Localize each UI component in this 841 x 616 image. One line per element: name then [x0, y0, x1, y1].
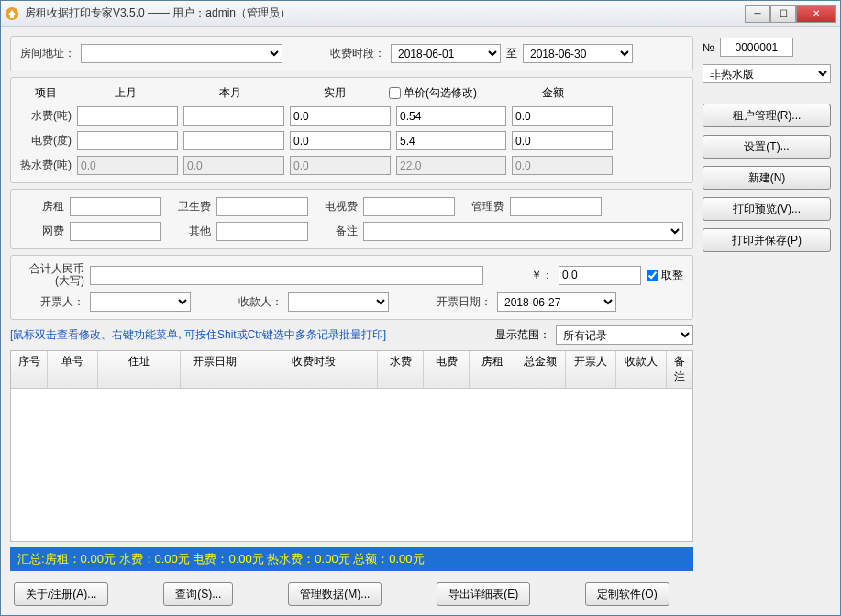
- about-button[interactable]: 关于/注册(A)...: [14, 582, 108, 606]
- custom-software-button[interactable]: 定制软件(O): [585, 582, 669, 606]
- hint-text: [鼠标双击查看修改、右键功能菜单, 可按住Shit或Ctr键选中多条记录批量打印…: [10, 325, 386, 345]
- manage-input[interactable]: [510, 197, 602, 216]
- th-addr: 住址: [98, 351, 181, 388]
- th-no: 单号: [48, 351, 98, 388]
- bottom-buttons: 关于/注册(A)... 查询(S)... 管理数据(M)... 导出详细表(E)…: [10, 577, 693, 606]
- col-last: 上月: [75, 85, 176, 101]
- hot-this: [183, 156, 284, 175]
- scope-select[interactable]: 所有记录: [556, 325, 693, 345]
- meter-panel: 项目 上月 本月 实用 单价(勾选修改) 金额 水费(吨) 电费(度): [10, 77, 693, 183]
- minimize-button[interactable]: ─: [745, 5, 770, 23]
- close-button[interactable]: ✕: [796, 5, 836, 23]
- th-rent: 房租: [470, 351, 515, 388]
- th-period: 收费时段: [249, 351, 378, 388]
- window-title: 房租收据打印专家V3.5.0 —— 用户：admin（管理员）: [25, 6, 745, 21]
- hot-price: [396, 156, 506, 175]
- titlebar: 房租收据打印专家V3.5.0 —— 用户：admin（管理员） ─ ☐ ✕: [1, 1, 840, 27]
- summary-bar: 汇总:房租：0.00元 水费：0.00元 电费：0.00元 热水费：0.00元 …: [10, 547, 693, 571]
- version-select[interactable]: 非热水版: [703, 64, 831, 83]
- water-usage[interactable]: [290, 106, 391, 126]
- hint-row: [鼠标双击查看修改、右键功能菜单, 可按住Shit或Ctr键选中多条记录批量打印…: [10, 325, 693, 345]
- remark-label: 备注: [314, 224, 358, 239]
- rent-label: 房租: [20, 199, 64, 214]
- rent-input[interactable]: [70, 197, 161, 216]
- elec-price[interactable]: [396, 131, 506, 150]
- other-input[interactable]: [216, 222, 308, 241]
- clean-label: 卫生费: [167, 199, 211, 214]
- print-save-button[interactable]: 打印并保存(P): [703, 228, 831, 252]
- table-header: 序号 单号 住址 开票日期 收费时段 水费 电费 房租 总金额 开票人 收款人 …: [11, 351, 692, 389]
- period-label: 收费时段：: [330, 46, 385, 61]
- new-button[interactable]: 新建(N): [703, 166, 831, 190]
- elec-last[interactable]: [77, 131, 178, 150]
- th-payee: 收款人: [616, 351, 667, 388]
- content-area: 房间地址： 收费时段： 2018-06-01 至 2018-06-30 项目 上…: [1, 27, 840, 615]
- th-elec: 电费: [424, 351, 470, 388]
- water-last[interactable]: [77, 106, 178, 126]
- water-amount[interactable]: [512, 106, 613, 126]
- elec-label: 电费(度): [20, 133, 72, 148]
- round-label: 取整: [661, 268, 683, 283]
- tv-label: 电视费: [314, 199, 358, 214]
- fees-panel: 房租 卫生费 电视费 管理费 网费 其他 备注: [10, 189, 693, 249]
- address-select[interactable]: [81, 44, 282, 63]
- query-button[interactable]: 查询(S)...: [163, 582, 233, 606]
- th-seq: 序号: [11, 351, 48, 388]
- issuer-label: 开票人：: [20, 294, 84, 310]
- main-column: 房间地址： 收费时段： 2018-06-01 至 2018-06-30 项目 上…: [10, 36, 693, 606]
- number-label: №: [703, 41, 714, 54]
- hot-usage: [290, 156, 391, 175]
- th-water: 水费: [378, 351, 424, 388]
- round-checkbox[interactable]: [647, 270, 658, 281]
- issue-date-select[interactable]: 2018-06-27: [497, 292, 616, 312]
- app-window: 房租收据打印专家V3.5.0 —— 用户：admin（管理员） ─ ☐ ✕ 房间…: [0, 0, 841, 616]
- net-input[interactable]: [70, 222, 161, 241]
- col-price: 单价(勾选修改): [404, 85, 477, 101]
- maximize-button[interactable]: ☐: [770, 5, 796, 23]
- net-label: 网费: [20, 224, 64, 239]
- total-cn-label: 合计人民币(大写): [20, 263, 84, 287]
- water-label: 水费(吨): [20, 108, 72, 124]
- period-to[interactable]: 2018-06-30: [523, 44, 633, 63]
- settings-button[interactable]: 设置(T)...: [703, 135, 831, 159]
- records-table[interactable]: 序号 单号 住址 开票日期 收费时段 水费 电费 房租 总金额 开票人 收款人 …: [10, 350, 693, 542]
- th-remark: 备注: [667, 351, 692, 388]
- issuer-select[interactable]: [90, 292, 191, 312]
- remark-select[interactable]: [363, 222, 683, 241]
- period-to-label: 至: [506, 46, 517, 61]
- clean-input[interactable]: [216, 197, 308, 216]
- payee-label: 收款人：: [238, 294, 282, 310]
- side-column: № 非热水版 租户管理(R)... 设置(T)... 新建(N) 打印预览(V)…: [703, 36, 831, 606]
- th-total: 总金额: [515, 351, 566, 388]
- hot-label: 热水费(吨): [20, 158, 72, 173]
- yen-label: ￥：: [531, 268, 553, 283]
- col-this: 本月: [180, 85, 281, 101]
- manage-label: 管理费: [460, 199, 504, 214]
- window-buttons: ─ ☐ ✕: [745, 5, 836, 23]
- elec-amount[interactable]: [512, 131, 613, 150]
- export-button[interactable]: 导出详细表(E): [437, 582, 530, 606]
- manage-data-button[interactable]: 管理数据(M)...: [288, 582, 382, 606]
- payee-select[interactable]: [288, 292, 389, 312]
- tenant-manage-button[interactable]: 租户管理(R)...: [703, 104, 831, 127]
- col-usage: 实用: [284, 85, 385, 101]
- total-value[interactable]: [559, 266, 641, 285]
- water-price[interactable]: [396, 106, 506, 126]
- period-from[interactable]: 2018-06-01: [391, 44, 501, 63]
- table-body: [11, 389, 692, 541]
- hot-amount: [512, 156, 613, 175]
- scope-label: 显示范围：: [495, 327, 550, 343]
- top-panel: 房间地址： 收费时段： 2018-06-01 至 2018-06-30: [10, 36, 693, 72]
- print-preview-button[interactable]: 打印预览(V)...: [703, 197, 831, 221]
- total-cn-input[interactable]: [90, 266, 483, 285]
- address-label: 房间地址：: [20, 46, 75, 61]
- col-project: 项目: [20, 85, 72, 101]
- tv-input[interactable]: [363, 197, 455, 216]
- number-input[interactable]: [720, 38, 793, 57]
- elec-this[interactable]: [183, 131, 284, 150]
- col-amount: 金额: [503, 85, 603, 101]
- other-label: 其他: [167, 224, 211, 239]
- water-this[interactable]: [183, 106, 284, 126]
- elec-usage[interactable]: [290, 131, 391, 150]
- price-edit-checkbox[interactable]: [389, 87, 401, 99]
